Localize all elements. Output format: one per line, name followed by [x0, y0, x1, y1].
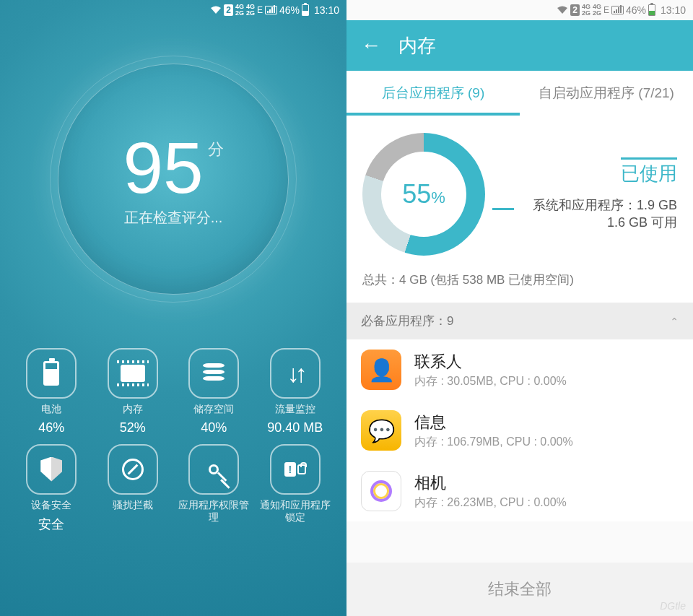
net-icon: ↓↑: [270, 348, 321, 399]
memory-summary: 已使用 系统和应用程序：1.9 GB 1.6 GB 可用: [521, 157, 677, 231]
sim-badge: 2: [224, 4, 233, 16]
tile-label: 流量监控: [275, 403, 315, 416]
tile-bell[interactable]: 通知和应用程序锁定: [257, 440, 334, 538]
tile-key[interactable]: 应用程序权限管理: [175, 440, 253, 538]
tile-net[interactable]: ↓↑流量监控90.40 MB: [257, 344, 334, 440]
battery-percent: 46%: [626, 4, 646, 16]
system-apps-line: 系统和应用程序：1.9 GB: [521, 196, 677, 214]
network-indicator-1: 4G2G: [582, 4, 590, 17]
smart-manager-home: 2 4G2G 4G2G E 46% 13:10 95 分 正在检查评分... 电…: [0, 0, 346, 616]
db-icon: [188, 348, 239, 399]
end-all-button[interactable]: 结束全部: [346, 563, 693, 616]
tile-value: 安全: [38, 516, 64, 533]
block-icon: [108, 444, 158, 495]
tile-label: 通知和应用程序锁定: [260, 499, 331, 524]
key-icon: [188, 444, 239, 495]
memory-detail-screen: 2 4G2G 4G2G E 46% 13:10 ← 内存 后台应用程序 (9) …: [346, 0, 693, 616]
page-title: 内存: [398, 33, 436, 58]
chevron-up-icon: ⌄: [670, 316, 679, 327]
edge-indicator: E: [257, 5, 263, 15]
app-name: 联系人: [414, 351, 567, 373]
memory-chart-section: 55% 已使用 系统和应用程序：1.9 GB 1.6 GB 可用: [346, 116, 693, 269]
memory-percent: 55%: [402, 179, 445, 209]
app-stats: 内存 : 26.23MB, CPU : 0.00%: [414, 495, 567, 511]
tile-label: 应用程序权限管理: [178, 499, 249, 524]
battery-icon: [302, 4, 309, 16]
tile-label: 内存: [123, 403, 143, 416]
camera-icon: [361, 471, 401, 511]
status-bar: 2 4G2G 4G2G E 46% 13:10: [346, 0, 693, 20]
score-value: 95 分: [123, 131, 223, 204]
tab-bar: 后台应用程序 (9) 自启动应用程序 (7/21): [346, 71, 693, 116]
contacts-icon: 👤: [361, 350, 401, 390]
memory-donut-chart: 55%: [362, 133, 485, 256]
feature-grid: 电池46%内存52%储存空间40%↓↑流量监控90.40 MB设备安全安全骚扰拦…: [0, 338, 346, 550]
app-row-camera[interactable]: 相机内存 : 26.23MB, CPU : 0.00%: [346, 461, 693, 521]
essential-apps-header[interactable]: 必备应用程序：9 ⌄: [346, 303, 693, 339]
tile-db[interactable]: 储存空间40%: [175, 344, 253, 440]
signal-icon: [611, 6, 624, 14]
section-title: 必备应用程序：9: [361, 313, 453, 329]
score-circle[interactable]: 95 分 正在检查评分...: [58, 64, 289, 295]
score-unit: 分: [208, 142, 224, 157]
battery-icon: [648, 4, 655, 16]
app-name: 相机: [414, 472, 567, 494]
app-stats: 内存 : 30.05MB, CPU : 0.00%: [414, 374, 567, 389]
tile-value: 52%: [120, 420, 146, 435]
network-indicator-2: 4G2G: [246, 4, 255, 17]
clock: 13:10: [314, 4, 339, 16]
shield-icon: [26, 444, 77, 495]
bell-icon: [270, 444, 321, 495]
tile-label: 骚扰拦截: [113, 499, 153, 512]
chip-icon: [108, 348, 158, 399]
used-label: 已使用: [621, 157, 677, 189]
tile-block[interactable]: 骚扰拦截: [95, 440, 172, 538]
tab-autostart-apps[interactable]: 自启动应用程序 (7/21): [520, 71, 693, 116]
app-name: 信息: [414, 412, 573, 433]
tile-label: 设备安全: [31, 499, 71, 512]
chart-connector-line: [492, 208, 514, 210]
wifi-icon: [557, 6, 568, 14]
tile-battery[interactable]: 电池46%: [13, 344, 90, 440]
app-list: 👤联系人内存 : 30.05MB, CPU : 0.00%💬信息内存 : 106…: [346, 339, 693, 521]
status-bar: 2 4G2G 4G2G E 46% 13:10: [0, 0, 346, 20]
score-section: 95 分 正在检查评分...: [0, 20, 346, 338]
tile-chip[interactable]: 内存52%: [95, 344, 172, 440]
edge-indicator: E: [603, 5, 609, 15]
tile-label: 储存空间: [193, 403, 234, 416]
network-indicator-2: 4G2G: [593, 4, 601, 17]
sim-badge: 2: [570, 4, 580, 16]
network-indicator-1: 4G2G: [235, 4, 244, 17]
back-button[interactable]: ←: [361, 34, 381, 57]
battery-icon: [26, 348, 77, 399]
signal-icon: [265, 6, 277, 14]
tab-background-apps[interactable]: 后台应用程序 (9): [346, 71, 520, 116]
score-status-text: 正在检查评分...: [124, 208, 223, 227]
tile-value: 90.40 MB: [267, 420, 323, 435]
tile-label: 电池: [41, 403, 61, 416]
tile-value: 40%: [201, 420, 227, 435]
battery-percent: 46%: [279, 4, 300, 16]
tile-shield[interactable]: 设备安全安全: [13, 440, 90, 538]
app-stats: 内存 : 106.79MB, CPU : 0.00%: [414, 435, 573, 450]
tile-value: 46%: [38, 420, 64, 435]
clock: 13:10: [661, 4, 686, 16]
wifi-icon: [210, 6, 222, 14]
available-line: 1.6 GB 可用: [521, 214, 677, 231]
app-bar: ← 内存: [346, 20, 693, 71]
app-row-contacts[interactable]: 👤联系人内存 : 30.05MB, CPU : 0.00%: [346, 339, 693, 400]
messages-icon: 💬: [361, 410, 401, 451]
total-memory-line: 总共：4 GB (包括 538 MB 已使用空间): [346, 269, 693, 303]
app-row-messages[interactable]: 💬信息内存 : 106.79MB, CPU : 0.00%: [346, 400, 693, 461]
